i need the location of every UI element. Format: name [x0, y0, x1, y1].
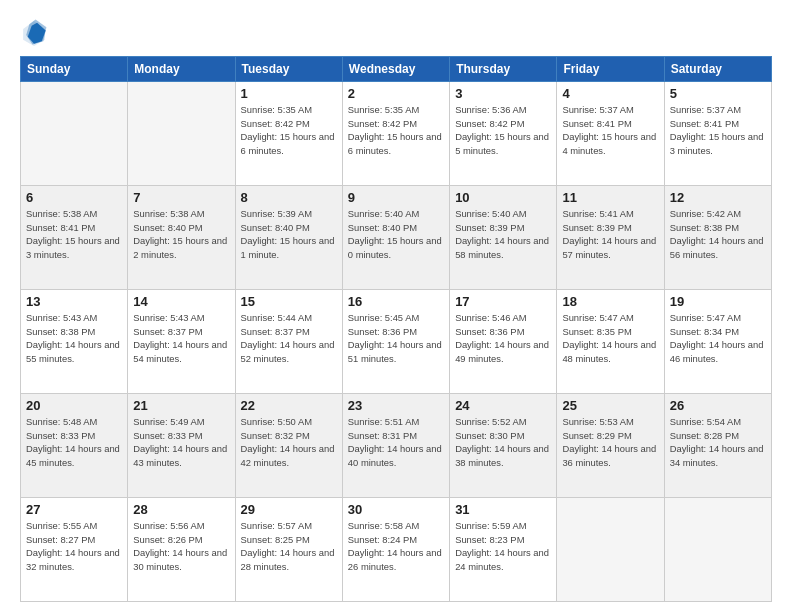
day-info: Sunrise: 5:47 AMSunset: 8:34 PMDaylight:… — [670, 311, 766, 366]
day-info: Sunrise: 5:48 AMSunset: 8:33 PMDaylight:… — [26, 415, 122, 470]
day-info: Sunrise: 5:39 AMSunset: 8:40 PMDaylight:… — [241, 207, 337, 262]
calendar-cell: 2Sunrise: 5:35 AMSunset: 8:42 PMDaylight… — [342, 82, 449, 186]
day-number: 9 — [348, 190, 444, 205]
calendar-cell: 29Sunrise: 5:57 AMSunset: 8:25 PMDayligh… — [235, 498, 342, 602]
calendar-cell: 1Sunrise: 5:35 AMSunset: 8:42 PMDaylight… — [235, 82, 342, 186]
day-info: Sunrise: 5:38 AMSunset: 8:40 PMDaylight:… — [133, 207, 229, 262]
weekday-header-wednesday: Wednesday — [342, 57, 449, 82]
day-info: Sunrise: 5:43 AMSunset: 8:37 PMDaylight:… — [133, 311, 229, 366]
calendar-cell: 9Sunrise: 5:40 AMSunset: 8:40 PMDaylight… — [342, 186, 449, 290]
calendar-cell — [557, 498, 664, 602]
day-number: 2 — [348, 86, 444, 101]
calendar-cell — [128, 82, 235, 186]
weekday-header-friday: Friday — [557, 57, 664, 82]
day-info: Sunrise: 5:59 AMSunset: 8:23 PMDaylight:… — [455, 519, 551, 574]
calendar-cell: 22Sunrise: 5:50 AMSunset: 8:32 PMDayligh… — [235, 394, 342, 498]
day-number: 11 — [562, 190, 658, 205]
day-info: Sunrise: 5:52 AMSunset: 8:30 PMDaylight:… — [455, 415, 551, 470]
calendar-table: SundayMondayTuesdayWednesdayThursdayFrid… — [20, 56, 772, 602]
day-number: 20 — [26, 398, 122, 413]
day-number: 21 — [133, 398, 229, 413]
day-info: Sunrise: 5:50 AMSunset: 8:32 PMDaylight:… — [241, 415, 337, 470]
calendar-cell: 14Sunrise: 5:43 AMSunset: 8:37 PMDayligh… — [128, 290, 235, 394]
day-info: Sunrise: 5:55 AMSunset: 8:27 PMDaylight:… — [26, 519, 122, 574]
page: SundayMondayTuesdayWednesdayThursdayFrid… — [0, 0, 792, 612]
calendar-cell: 4Sunrise: 5:37 AMSunset: 8:41 PMDaylight… — [557, 82, 664, 186]
calendar-cell: 20Sunrise: 5:48 AMSunset: 8:33 PMDayligh… — [21, 394, 128, 498]
weekday-header-saturday: Saturday — [664, 57, 771, 82]
calendar-cell: 13Sunrise: 5:43 AMSunset: 8:38 PMDayligh… — [21, 290, 128, 394]
day-number: 15 — [241, 294, 337, 309]
day-info: Sunrise: 5:49 AMSunset: 8:33 PMDaylight:… — [133, 415, 229, 470]
day-number: 6 — [26, 190, 122, 205]
day-number: 7 — [133, 190, 229, 205]
calendar-cell: 5Sunrise: 5:37 AMSunset: 8:41 PMDaylight… — [664, 82, 771, 186]
calendar-cell — [21, 82, 128, 186]
weekday-header-tuesday: Tuesday — [235, 57, 342, 82]
calendar-cell: 30Sunrise: 5:58 AMSunset: 8:24 PMDayligh… — [342, 498, 449, 602]
calendar-cell: 10Sunrise: 5:40 AMSunset: 8:39 PMDayligh… — [450, 186, 557, 290]
calendar-cell: 11Sunrise: 5:41 AMSunset: 8:39 PMDayligh… — [557, 186, 664, 290]
day-number: 28 — [133, 502, 229, 517]
day-info: Sunrise: 5:57 AMSunset: 8:25 PMDaylight:… — [241, 519, 337, 574]
calendar-cell: 26Sunrise: 5:54 AMSunset: 8:28 PMDayligh… — [664, 394, 771, 498]
day-info: Sunrise: 5:46 AMSunset: 8:36 PMDaylight:… — [455, 311, 551, 366]
week-row-5: 27Sunrise: 5:55 AMSunset: 8:27 PMDayligh… — [21, 498, 772, 602]
day-number: 31 — [455, 502, 551, 517]
day-info: Sunrise: 5:43 AMSunset: 8:38 PMDaylight:… — [26, 311, 122, 366]
day-number: 27 — [26, 502, 122, 517]
day-info: Sunrise: 5:44 AMSunset: 8:37 PMDaylight:… — [241, 311, 337, 366]
calendar-cell: 15Sunrise: 5:44 AMSunset: 8:37 PMDayligh… — [235, 290, 342, 394]
week-row-2: 6Sunrise: 5:38 AMSunset: 8:41 PMDaylight… — [21, 186, 772, 290]
day-number: 13 — [26, 294, 122, 309]
day-info: Sunrise: 5:53 AMSunset: 8:29 PMDaylight:… — [562, 415, 658, 470]
day-info: Sunrise: 5:38 AMSunset: 8:41 PMDaylight:… — [26, 207, 122, 262]
day-info: Sunrise: 5:51 AMSunset: 8:31 PMDaylight:… — [348, 415, 444, 470]
calendar-cell: 6Sunrise: 5:38 AMSunset: 8:41 PMDaylight… — [21, 186, 128, 290]
day-number: 26 — [670, 398, 766, 413]
day-number: 18 — [562, 294, 658, 309]
calendar-cell: 7Sunrise: 5:38 AMSunset: 8:40 PMDaylight… — [128, 186, 235, 290]
week-row-4: 20Sunrise: 5:48 AMSunset: 8:33 PMDayligh… — [21, 394, 772, 498]
day-number: 23 — [348, 398, 444, 413]
day-number: 19 — [670, 294, 766, 309]
day-info: Sunrise: 5:40 AMSunset: 8:39 PMDaylight:… — [455, 207, 551, 262]
weekday-header-row: SundayMondayTuesdayWednesdayThursdayFrid… — [21, 57, 772, 82]
day-info: Sunrise: 5:58 AMSunset: 8:24 PMDaylight:… — [348, 519, 444, 574]
calendar-cell: 12Sunrise: 5:42 AMSunset: 8:38 PMDayligh… — [664, 186, 771, 290]
weekday-header-monday: Monday — [128, 57, 235, 82]
calendar-cell: 25Sunrise: 5:53 AMSunset: 8:29 PMDayligh… — [557, 394, 664, 498]
week-row-1: 1Sunrise: 5:35 AMSunset: 8:42 PMDaylight… — [21, 82, 772, 186]
day-info: Sunrise: 5:37 AMSunset: 8:41 PMDaylight:… — [670, 103, 766, 158]
calendar-cell: 21Sunrise: 5:49 AMSunset: 8:33 PMDayligh… — [128, 394, 235, 498]
calendar-cell: 19Sunrise: 5:47 AMSunset: 8:34 PMDayligh… — [664, 290, 771, 394]
calendar-cell: 3Sunrise: 5:36 AMSunset: 8:42 PMDaylight… — [450, 82, 557, 186]
weekday-header-sunday: Sunday — [21, 57, 128, 82]
day-number: 24 — [455, 398, 551, 413]
day-number: 29 — [241, 502, 337, 517]
calendar-cell: 28Sunrise: 5:56 AMSunset: 8:26 PMDayligh… — [128, 498, 235, 602]
logo — [20, 18, 52, 46]
calendar-cell — [664, 498, 771, 602]
day-number: 5 — [670, 86, 766, 101]
logo-icon — [20, 18, 48, 46]
day-number: 12 — [670, 190, 766, 205]
day-number: 14 — [133, 294, 229, 309]
week-row-3: 13Sunrise: 5:43 AMSunset: 8:38 PMDayligh… — [21, 290, 772, 394]
day-info: Sunrise: 5:42 AMSunset: 8:38 PMDaylight:… — [670, 207, 766, 262]
day-number: 25 — [562, 398, 658, 413]
calendar-cell: 31Sunrise: 5:59 AMSunset: 8:23 PMDayligh… — [450, 498, 557, 602]
day-number: 8 — [241, 190, 337, 205]
calendar-cell: 8Sunrise: 5:39 AMSunset: 8:40 PMDaylight… — [235, 186, 342, 290]
day-number: 17 — [455, 294, 551, 309]
day-info: Sunrise: 5:35 AMSunset: 8:42 PMDaylight:… — [348, 103, 444, 158]
calendar-cell: 17Sunrise: 5:46 AMSunset: 8:36 PMDayligh… — [450, 290, 557, 394]
day-info: Sunrise: 5:35 AMSunset: 8:42 PMDaylight:… — [241, 103, 337, 158]
calendar-cell: 16Sunrise: 5:45 AMSunset: 8:36 PMDayligh… — [342, 290, 449, 394]
day-info: Sunrise: 5:47 AMSunset: 8:35 PMDaylight:… — [562, 311, 658, 366]
day-number: 4 — [562, 86, 658, 101]
calendar-cell: 27Sunrise: 5:55 AMSunset: 8:27 PMDayligh… — [21, 498, 128, 602]
day-info: Sunrise: 5:41 AMSunset: 8:39 PMDaylight:… — [562, 207, 658, 262]
day-info: Sunrise: 5:36 AMSunset: 8:42 PMDaylight:… — [455, 103, 551, 158]
calendar-cell: 18Sunrise: 5:47 AMSunset: 8:35 PMDayligh… — [557, 290, 664, 394]
